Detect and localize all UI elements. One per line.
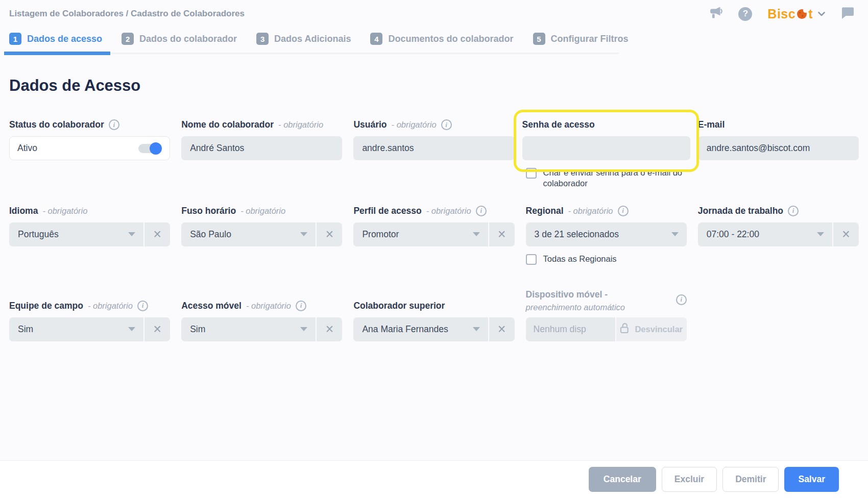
tab-documentos-do-colaborador[interactable]: 4 Documentos do colaborador bbox=[370, 33, 513, 54]
superior-value: Ana Maria Fernandes bbox=[362, 324, 448, 335]
footer-action-bar: Cancelar Excluir Demitir Salvar bbox=[0, 460, 868, 498]
senha-highlight-outline: Senha de acesso bbox=[514, 110, 699, 172]
form-row-1: Status do colaborador i Ativo Nome do co… bbox=[9, 118, 859, 189]
chevron-down-icon bbox=[473, 327, 480, 331]
todas-regionais-checkbox-label: Todas as Regionais bbox=[543, 254, 617, 264]
info-icon[interactable]: i bbox=[109, 119, 119, 130]
field-dispositivo-movel: Dispositivo móvel - preenchimento automá… bbox=[526, 289, 687, 341]
logo-text-post: t bbox=[808, 7, 813, 21]
info-icon[interactable]: i bbox=[296, 301, 306, 311]
announcements-button[interactable] bbox=[708, 6, 723, 21]
field-senha: Senha de acesso Criar e enviar senha par… bbox=[526, 118, 687, 189]
acesso-movel-clear-button[interactable]: × bbox=[317, 317, 342, 341]
chevron-down-icon bbox=[671, 232, 679, 236]
required-suffix: - obrigatório bbox=[246, 301, 291, 311]
acesso-movel-value: Sim bbox=[190, 324, 205, 335]
regional-value: 3 de 21 selecionados bbox=[535, 229, 619, 240]
cookie-logo-icon bbox=[797, 6, 807, 21]
field-colaborador-superior: Colaborador superior Ana Maria Fernandes… bbox=[353, 300, 514, 341]
help-icon: ? bbox=[738, 7, 752, 21]
tab-dados-do-colaborador[interactable]: 2 Dados do colaborador bbox=[122, 33, 237, 54]
fuso-select[interactable]: São Paulo bbox=[181, 222, 316, 246]
todas-regionais-checkbox[interactable] bbox=[526, 254, 537, 265]
tab-number-badge: 5 bbox=[533, 33, 545, 45]
required-suffix: - obrigatório bbox=[426, 206, 471, 216]
info-icon[interactable]: i bbox=[618, 206, 629, 216]
info-icon[interactable]: i bbox=[476, 206, 487, 216]
superior-clear-button[interactable]: × bbox=[489, 317, 515, 341]
field-email: E-mail andre.santos@biscot.com bbox=[698, 118, 859, 189]
top-bar: Listagem de Colaboradores / Cadastro de … bbox=[0, 0, 868, 23]
equipe-clear-button[interactable]: × bbox=[144, 317, 170, 341]
nome-label: Nome do colaborador bbox=[181, 119, 274, 130]
page-title: Dados de Acesso bbox=[9, 77, 859, 95]
help-button[interactable]: ? bbox=[738, 7, 752, 21]
chat-icon bbox=[841, 7, 855, 21]
tab-dados-de-acesso[interactable]: 1 Dados de acesso bbox=[9, 33, 102, 54]
dispositivo-sublabel: preenchimento automático bbox=[526, 303, 668, 312]
jornada-clear-button[interactable]: × bbox=[833, 222, 859, 246]
required-suffix: - obrigatório bbox=[568, 206, 613, 216]
chevron-down-icon bbox=[128, 327, 135, 331]
form-section: Dados de Acesso Status do colaborador i … bbox=[0, 77, 868, 341]
fuso-clear-button[interactable]: × bbox=[317, 222, 342, 246]
superior-label: Colaborador superior bbox=[353, 301, 445, 311]
tab-dados-adicionais[interactable]: 3 Dados Adicionais bbox=[256, 33, 351, 54]
info-icon[interactable]: i bbox=[676, 294, 687, 305]
status-toggle[interactable] bbox=[138, 142, 162, 155]
chevron-down-icon bbox=[817, 232, 824, 236]
todas-regionais-checkbox-row: Todas as Regionais bbox=[526, 254, 687, 265]
field-jornada-trabalho: Jornada de trabalho i 07:00 - 22:00 × bbox=[698, 205, 859, 265]
dismiss-button[interactable]: Demitir bbox=[722, 467, 779, 492]
senha-input[interactable] bbox=[522, 136, 690, 160]
desvincular-button: Desvincular bbox=[616, 317, 687, 341]
regional-select[interactable]: 3 de 21 selecionados bbox=[526, 222, 687, 246]
status-label: Status do colaborador bbox=[9, 119, 104, 130]
tab-configurar-filtros[interactable]: 5 Configurar Filtros bbox=[533, 33, 629, 54]
required-suffix: - obrigatório bbox=[240, 206, 285, 216]
idioma-clear-button[interactable]: × bbox=[144, 222, 170, 246]
idioma-select[interactable]: Português bbox=[9, 222, 143, 246]
delete-button[interactable]: Excluir bbox=[662, 467, 717, 492]
usuario-label: Usuário bbox=[353, 119, 387, 130]
info-icon[interactable]: i bbox=[788, 206, 799, 216]
field-usuario: Usuário - obrigatório i andre.santos bbox=[353, 118, 514, 189]
idioma-label: Idioma bbox=[9, 206, 38, 216]
save-button[interactable]: Salvar bbox=[784, 467, 839, 492]
equipe-select[interactable]: Sim bbox=[9, 317, 143, 341]
field-nome-colaborador: Nome do colaborador - obrigatório André … bbox=[181, 118, 342, 189]
info-icon[interactable]: i bbox=[441, 119, 452, 130]
dispositivo-input: Nenhum disp bbox=[526, 317, 615, 341]
perfil-clear-button[interactable]: × bbox=[489, 222, 515, 246]
required-suffix: - obrigatório bbox=[42, 206, 87, 216]
info-icon[interactable]: i bbox=[137, 301, 148, 311]
jornada-select[interactable]: 07:00 - 22:00 bbox=[698, 222, 832, 246]
idioma-value: Português bbox=[18, 229, 59, 240]
tab-label: Dados de acesso bbox=[27, 34, 102, 44]
required-suffix: - obrigatório bbox=[88, 301, 133, 311]
cancel-button[interactable]: Cancelar bbox=[589, 467, 656, 492]
tab-label: Dados do colaborador bbox=[139, 34, 237, 44]
field-equipe-campo: Equipe de campo - obrigatório i Sim × bbox=[9, 300, 170, 341]
perfil-select[interactable]: Promotor bbox=[353, 222, 488, 246]
superior-select[interactable]: Ana Maria Fernandes bbox=[353, 317, 488, 341]
wizard-tabbar: 1 Dados de acesso 2 Dados do colaborador… bbox=[0, 23, 868, 54]
tab-label: Configurar Filtros bbox=[551, 34, 629, 44]
status-box: Ativo bbox=[9, 136, 170, 160]
usuario-input[interactable]: andre.santos bbox=[353, 136, 514, 160]
account-menu[interactable]: Bisc t bbox=[767, 6, 826, 21]
required-suffix: - obrigatório bbox=[392, 120, 437, 130]
senha-label: Senha de acesso bbox=[522, 119, 595, 130]
acesso-movel-label: Acesso móvel bbox=[181, 301, 242, 311]
email-input[interactable]: andre.santos@biscot.com bbox=[698, 136, 859, 160]
dispositivo-label: Dispositivo móvel - bbox=[526, 289, 668, 300]
equipe-value: Sim bbox=[18, 324, 33, 335]
field-idioma: Idioma - obrigatório Português × bbox=[9, 205, 170, 265]
desvincular-label: Desvincular bbox=[635, 325, 683, 334]
acesso-movel-select[interactable]: Sim bbox=[181, 317, 316, 341]
email-label: E-mail bbox=[698, 119, 725, 130]
field-acesso-movel: Acesso móvel - obrigatório i Sim × bbox=[181, 300, 342, 341]
chat-button[interactable] bbox=[841, 7, 855, 21]
nome-input[interactable]: André Santos bbox=[181, 136, 342, 160]
breadcrumb[interactable]: Listagem de Colaboradores / Cadastro de … bbox=[9, 9, 245, 19]
